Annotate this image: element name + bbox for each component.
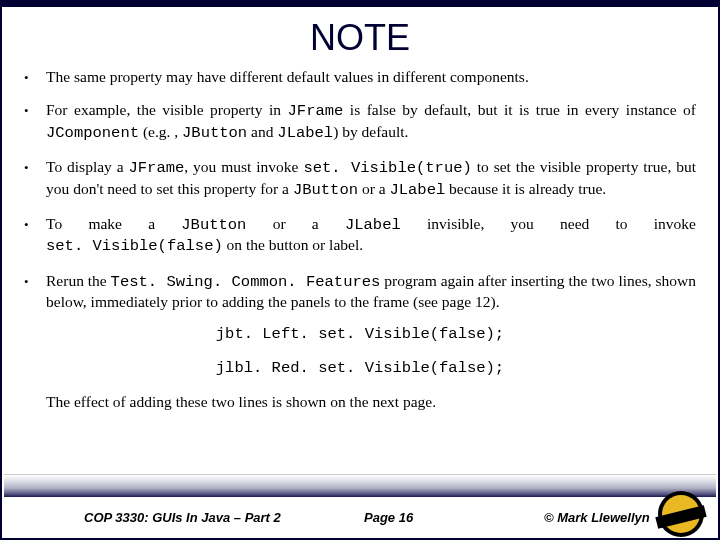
code-run: set. Visible(false) — [46, 237, 223, 255]
text-run: invisible, you need to invoke — [401, 215, 696, 232]
bullet-item: • To display a JFrame, you must invoke s… — [24, 157, 696, 200]
bullet-dot: • — [24, 67, 46, 86]
bullet-dot: • — [24, 100, 46, 143]
text-run: or a — [246, 215, 345, 232]
bullet-dot: • — [24, 214, 46, 257]
text-run: (e.g. , — [139, 123, 182, 140]
text-run: on the button or label. — [223, 236, 363, 253]
code-run: set. Visible(true) — [303, 159, 471, 177]
bullet-text: Rerun the Test. Swing. Common. Features … — [46, 271, 696, 312]
text-run: is false by default, but it is true in e… — [343, 101, 696, 118]
code-run: JLabel — [389, 181, 445, 199]
bullet-item: • Rerun the Test. Swing. Common. Feature… — [24, 271, 696, 312]
text-run: , you must invoke — [184, 158, 303, 175]
bullet-item: • The same property may have different d… — [24, 67, 696, 86]
ucf-logo-icon — [658, 491, 704, 537]
bullet-text: To make a JButton or a JLabel invisible,… — [46, 214, 696, 257]
bullet-text: The same property may have different def… — [46, 67, 696, 86]
bullet-text: To display a JFrame, you must invoke set… — [46, 157, 696, 200]
code-run: JButton — [182, 124, 247, 142]
closing-text: The effect of adding these two lines is … — [46, 392, 696, 411]
code-line: jbt. Left. set. Visible(false); — [24, 325, 696, 344]
top-accent-bar — [2, 2, 718, 7]
code-line: jlbl. Red. set. Visible(false); — [24, 359, 696, 378]
slide-body: • The same property may have different d… — [2, 67, 718, 538]
code-run: JFrame — [129, 159, 185, 177]
code-run: JLabel — [345, 216, 401, 234]
text-run: To display a — [46, 158, 129, 175]
footer-page: Page 16 — [364, 510, 524, 525]
bullet-item: • To make a JButton or a JLabel invisibl… — [24, 214, 696, 257]
text-run: The same property may have different def… — [46, 68, 529, 85]
text-run: For example, the visible property in — [46, 101, 288, 118]
text-run: because it is already true. — [445, 180, 606, 197]
text-run: ) by default. — [333, 123, 408, 140]
bullet-text: For example, the visible property in JFr… — [46, 100, 696, 143]
bullet-item: • For example, the visible property in J… — [24, 100, 696, 143]
footer-course: COP 3330: GUIs In Java – Part 2 — [4, 510, 364, 525]
bullet-dot: • — [24, 271, 46, 312]
footer: COP 3330: GUIs In Java – Part 2 Page 16 … — [4, 474, 716, 536]
text-run: and — [247, 123, 277, 140]
slide-container: NOTE • The same property may have differ… — [0, 0, 720, 540]
text-run: To make a — [46, 215, 181, 232]
bullet-dot: • — [24, 157, 46, 200]
slide-title: NOTE — [2, 17, 718, 59]
text-run: Rerun the — [46, 272, 111, 289]
code-run: JButton — [293, 181, 358, 199]
footer-bar: COP 3330: GUIs In Java – Part 2 Page 16 … — [4, 497, 716, 537]
code-run: JFrame — [288, 102, 344, 120]
code-run: JComponent — [46, 124, 139, 142]
text-run: or a — [358, 180, 389, 197]
code-run: JButton — [181, 216, 246, 234]
footer-gradient — [4, 474, 716, 497]
code-run: JLabel — [277, 124, 333, 142]
code-run: Test. Swing. Common. Features — [111, 273, 381, 291]
